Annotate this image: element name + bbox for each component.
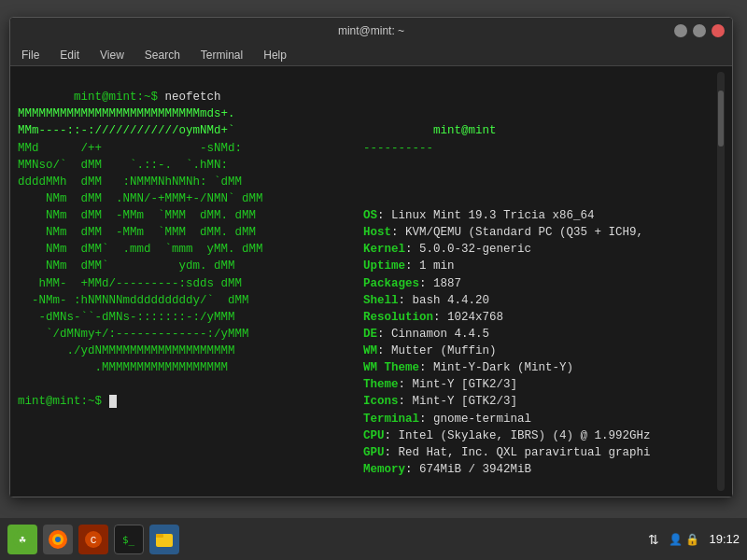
taskbar-left: ☘ C $_ <box>7 525 179 554</box>
sysinfo-line: Resolution: 1024x768 <box>363 309 717 326</box>
menu-bar: File Edit View Search Terminal Help <box>10 44 732 66</box>
clock: 19:12 <box>709 532 740 546</box>
desktop: mint@mint: ~ − □ ✕ File Edit View Search… <box>0 0 747 560</box>
prompt-line: mint@mint:~$ <box>74 91 165 104</box>
sysinfo-panel: mint@mint ---------- OS: Linux Mint 19.3… <box>354 72 717 491</box>
menu-file[interactable]: File <box>16 47 45 63</box>
scrollbar[interactable] <box>717 72 725 491</box>
taskbar-firefox[interactable] <box>43 525 73 554</box>
taskbar-right: ⇅ 👤 🔒 19:12 <box>648 532 740 547</box>
cinnamon-icon: C <box>83 529 104 550</box>
sysinfo-line: Memory: 674MiB / 3942MiB <box>363 461 717 478</box>
svg-text:C: C <box>91 535 97 546</box>
maximize-button[interactable]: □ <box>693 24 706 37</box>
minimize-button[interactable]: − <box>674 24 687 37</box>
terminal-window: mint@mint: ~ − □ ✕ File Edit View Search… <box>9 17 733 497</box>
taskbar: ☘ C $_ <box>0 518 747 560</box>
taskbar-files[interactable] <box>149 525 179 554</box>
sysinfo-line: Theme: Mint-Y [GTK2/3] <box>363 376 717 393</box>
sysinfo-line: Kernel: 5.0.0-32-generic <box>363 241 717 258</box>
ascii-art-panel: mint@mint:~$ neofetch MMMMMMMMMMMMMMMMMM… <box>18 72 354 491</box>
svg-point-4 <box>55 537 61 542</box>
taskbar-mint-menu[interactable]: ☘ <box>7 525 37 554</box>
files-icon <box>154 529 175 550</box>
cursor <box>109 395 117 408</box>
command-text: neofetch <box>165 91 221 104</box>
sysinfo-line: GPU: Red Hat, Inc. QXL paravirtual graph… <box>363 444 717 461</box>
hostname-label: mint@mint <box>433 124 497 137</box>
separator: ---------- <box>363 142 433 155</box>
network-icon: ⇅ <box>648 532 659 547</box>
window-title: mint@mint: ~ <box>338 24 404 37</box>
sysinfo-line: Packages: 1887 <box>363 275 717 292</box>
terminal-content: mint@mint:~$ neofetch MMMMMMMMMMMMMMMMMM… <box>10 66 732 497</box>
ascii-art: MMMMMMMMMMMMMMMMMMMMMMMMMMmds+. MMm----:… <box>18 107 235 137</box>
sysinfo-line: DE: Cinnamon 4.4.5 <box>363 326 717 343</box>
title-bar: mint@mint: ~ − □ ✕ <box>10 18 732 44</box>
sysinfo-line: Shell: bash 4.4.20 <box>363 292 717 309</box>
sysinfo-line: Uptime: 1 min <box>363 258 717 274</box>
sysinfo-line: CPU: Intel (Skylake, IBRS) (4) @ 1.992GH… <box>363 427 717 444</box>
sysinfo-line: OS: Linux Mint 19.3 Tricia x86_64 <box>363 207 717 224</box>
firefox-icon <box>47 528 69 551</box>
sysinfo-line: Host: KVM/QEMU (Standard PC (Q35 + ICH9, <box>363 224 717 241</box>
sysinfo-line: Icons: Mint-Y [GTK2/3] <box>363 393 717 410</box>
window-controls: − □ ✕ <box>674 24 725 37</box>
svg-rect-10 <box>156 534 163 538</box>
sysinfo-header: mint@mint ---------- <box>363 105 717 174</box>
sysinfo-line: Terminal: gnome-terminal <box>363 411 717 427</box>
svg-text:$_: $_ <box>122 534 135 546</box>
sysinfo-line: WM Theme: Mint-Y-Dark (Mint-Y) <box>363 359 717 376</box>
menu-terminal[interactable]: Terminal <box>195 47 248 63</box>
ascii-line-3: MMd /++ -sNMd: MMNso/` dMM `.::-. `.hMN:… <box>18 142 263 375</box>
svg-text:☘: ☘ <box>19 534 25 547</box>
sysinfo-lines: OS: Linux Mint 19.3 Tricia x86_64Host: K… <box>363 207 717 478</box>
system-tray-icons: 👤 🔒 <box>669 533 699 546</box>
taskbar-cinnamon[interactable]: C <box>78 525 108 554</box>
close-button[interactable]: ✕ <box>712 24 725 37</box>
menu-help[interactable]: Help <box>258 47 292 63</box>
menu-view[interactable]: View <box>94 47 130 63</box>
final-prompt: mint@mint:~$ <box>18 395 109 408</box>
mint-logo-icon: ☘ <box>12 529 33 550</box>
scrollbar-thumb[interactable] <box>718 91 724 147</box>
taskbar-terminal[interactable]: $_ <box>114 525 144 554</box>
terminal-icon: $_ <box>119 529 139 550</box>
menu-edit[interactable]: Edit <box>54 47 85 63</box>
sysinfo-line: WM: Mutter (Muffin) <box>363 343 717 359</box>
menu-search[interactable]: Search <box>139 47 186 63</box>
